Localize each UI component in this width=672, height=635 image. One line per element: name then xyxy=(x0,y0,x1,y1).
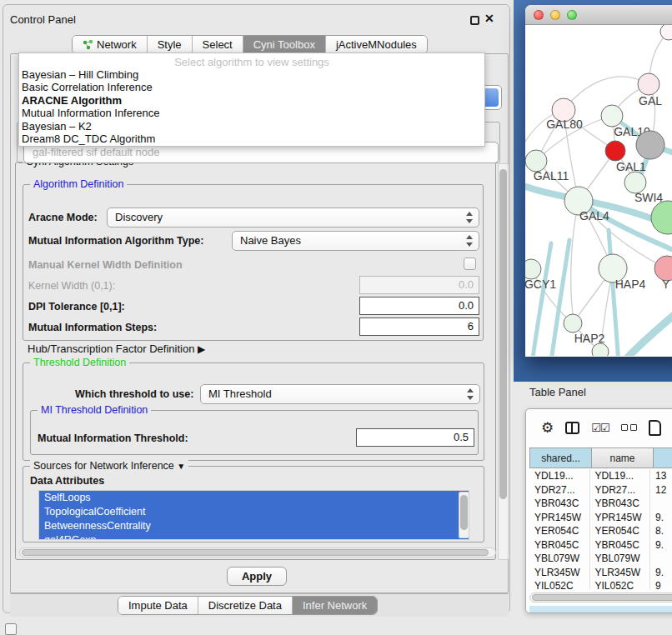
table-cell: YIL052C xyxy=(529,579,590,589)
network-node[interactable] xyxy=(651,201,672,234)
minimized-panel-icon[interactable] xyxy=(5,623,17,635)
table-cell: YER054C xyxy=(590,524,651,538)
table-cell: 8. xyxy=(650,524,672,538)
mi-type-combobox[interactable]: Naive Bayes xyxy=(232,231,479,251)
network-window-titlebar[interactable] xyxy=(525,5,672,25)
mi-threshold-group: MI Threshold Definition Mutual Informati… xyxy=(30,410,479,455)
sources-group-title[interactable]: Sources for Network Inference ▼ xyxy=(30,460,188,472)
hub-definition-label: Hub/Transcription Factor Definition xyxy=(28,342,194,355)
dpi-tolerance-label: DPI Tolerance [0,1]: xyxy=(28,301,125,312)
network-node-label: GAL xyxy=(639,94,662,108)
close-traffic-light-icon[interactable] xyxy=(534,10,544,20)
table-cell: 9. xyxy=(650,511,672,525)
table-row[interactable]: YBL079WYBL079W xyxy=(529,552,672,566)
table-hscrollbar[interactable] xyxy=(529,592,672,602)
manual-kernel-checkbox[interactable] xyxy=(464,258,476,270)
table-row[interactable]: YIL052CYIL052C9 xyxy=(529,579,672,589)
expand-arrow-icon[interactable]: ▶ xyxy=(198,343,205,355)
network-node[interactable] xyxy=(525,259,541,279)
network-node[interactable] xyxy=(660,25,672,40)
which-threshold-combobox[interactable]: MI Threshold xyxy=(200,384,480,404)
data-attributes-list[interactable]: SelfLoopsTopologicalCoefficientBetweenne… xyxy=(38,490,469,540)
tab-cyni-toolbox[interactable]: Cyni Toolbox xyxy=(243,36,325,53)
network-node[interactable] xyxy=(638,73,659,95)
mi-type-label: Mutual Information Algorithm Type: xyxy=(28,235,203,247)
tab-discretize-data[interactable]: Discretize Data xyxy=(198,597,292,614)
network-node[interactable] xyxy=(592,343,609,356)
table-row[interactable]: YBR043CYBR043C xyxy=(529,497,672,511)
table-row[interactable]: YER054CYER054C8. xyxy=(529,524,672,538)
minimize-traffic-light-icon[interactable] xyxy=(550,10,560,20)
data-attribute-item[interactable]: gal4RGexp xyxy=(39,533,469,540)
close-panel-icon[interactable]: ✕ xyxy=(484,12,494,25)
hub-definition-toggle[interactable]: Hub/Transcription Factor Definition ▶ xyxy=(28,342,205,355)
attributes-scrollbar[interactable] xyxy=(459,492,469,538)
tab-network[interactable]: Network xyxy=(73,36,147,53)
table-footer-strip xyxy=(529,606,672,613)
network-node[interactable] xyxy=(601,105,623,127)
mi-steps-input[interactable]: 6 xyxy=(359,318,479,336)
deselect-all-icon[interactable] xyxy=(621,424,637,431)
tab-style[interactable]: Style xyxy=(147,36,192,53)
aracne-mode-combobox[interactable]: Discovery xyxy=(107,208,479,228)
settings-hscrollbar[interactable] xyxy=(19,548,496,558)
network-tab-icon xyxy=(83,39,93,50)
table-row[interactable]: YDL19...YDL19...13 xyxy=(529,469,672,483)
network-canvas[interactable]: GALGAL80GAL10GAL1GAL11SWI4GAL4GCY1HAP4YH… xyxy=(525,25,672,356)
tab-select[interactable]: Select xyxy=(192,36,243,53)
apply-button[interactable]: Apply xyxy=(227,567,287,586)
network-node[interactable] xyxy=(636,131,664,159)
algorithm-option[interactable]: Basic Correlation Inference xyxy=(19,81,484,93)
data-attribute-item[interactable]: SelfLoops xyxy=(39,491,469,505)
network-node-label: HAP4 xyxy=(615,278,646,291)
threshold-definition-group: Threshold Definition Which threshold to … xyxy=(23,362,484,461)
algorithm-option[interactable]: Mutual Information Inference xyxy=(19,107,484,119)
tab-infer-network[interactable]: Infer Network xyxy=(292,597,377,614)
table-header: shared... name xyxy=(529,448,672,468)
network-node[interactable] xyxy=(605,141,625,161)
control-panel-tabbar: Network Style Select Cyni Toolbox jActiv… xyxy=(72,35,428,54)
table-row[interactable]: YDR27...YDR27...12 xyxy=(529,483,672,498)
cyni-algorithm-settings-group: Cyni Algorithm Settings Algorithm Defini… xyxy=(15,162,496,560)
table-row[interactable]: YLR345WYLR345W9. xyxy=(529,566,672,580)
data-attributes-label: Data Attributes xyxy=(30,475,104,487)
dropdown-placeholder: Select algorithm to view settings xyxy=(19,53,484,68)
data-attribute-item[interactable]: TopologicalCoefficient xyxy=(39,505,469,519)
which-threshold-label: Which threshold to use: xyxy=(75,388,193,400)
tab-label: Cyni Toolbox xyxy=(253,36,315,53)
kernel-width-input[interactable]: 0.0 xyxy=(359,276,479,294)
document-icon[interactable] xyxy=(649,420,661,436)
column-header-name[interactable]: name xyxy=(591,448,653,468)
collapse-arrow-icon[interactable]: ▼ xyxy=(177,462,185,471)
column-header-shared[interactable]: shared... xyxy=(529,448,591,468)
table-cell xyxy=(650,497,672,511)
network-node-label: GAL1 xyxy=(616,160,646,173)
tab-label: Select xyxy=(203,36,233,53)
column-header-extra[interactable] xyxy=(653,448,672,468)
manual-kernel-label: Manual Kernel Width Definition xyxy=(28,259,183,271)
table-cell: YPR145W xyxy=(590,511,651,525)
algorithm-option[interactable]: Bayesian – Hill Climbing xyxy=(19,68,484,81)
algorithm-option[interactable]: Dream8 DC_TDC Algorithm xyxy=(19,132,484,145)
table-cell: YBL079W xyxy=(590,552,651,566)
algorithm-dropdown-list[interactable]: Select algorithm to view settings Bayesi… xyxy=(18,52,485,147)
table-toolbar: ⚙ ☑☑ xyxy=(526,409,672,446)
table-row[interactable]: YBR045CYBR045C9. xyxy=(529,538,672,552)
algorithm-option[interactable]: Bayesian – K2 xyxy=(19,120,484,132)
algorithm-option[interactable]: ARACNE Algorithm xyxy=(19,94,484,107)
dpi-tolerance-input[interactable]: 0.0 xyxy=(359,297,479,315)
float-panel-icon[interactable] xyxy=(470,16,479,25)
settings-gear-icon[interactable]: ⚙ xyxy=(541,419,554,437)
network-node[interactable] xyxy=(564,314,582,332)
select-all-icon[interactable]: ☑☑ xyxy=(591,422,609,434)
split-columns-icon[interactable] xyxy=(565,422,579,434)
tab-label: Infer Network xyxy=(303,597,367,614)
table-cell: 9. xyxy=(650,538,672,552)
tab-jactivemnodules[interactable]: jActiveMNodules xyxy=(325,36,427,53)
zoom-traffic-light-icon[interactable] xyxy=(567,10,577,20)
mi-threshold-input[interactable]: 0.5 xyxy=(356,428,474,447)
table-row[interactable]: YPR145WYPR145W9. xyxy=(529,511,672,525)
settings-vscrollbar[interactable] xyxy=(498,163,509,560)
data-attribute-item[interactable]: BetweennessCentrality xyxy=(39,519,469,533)
tab-impute-data[interactable]: Impute Data xyxy=(118,597,198,614)
